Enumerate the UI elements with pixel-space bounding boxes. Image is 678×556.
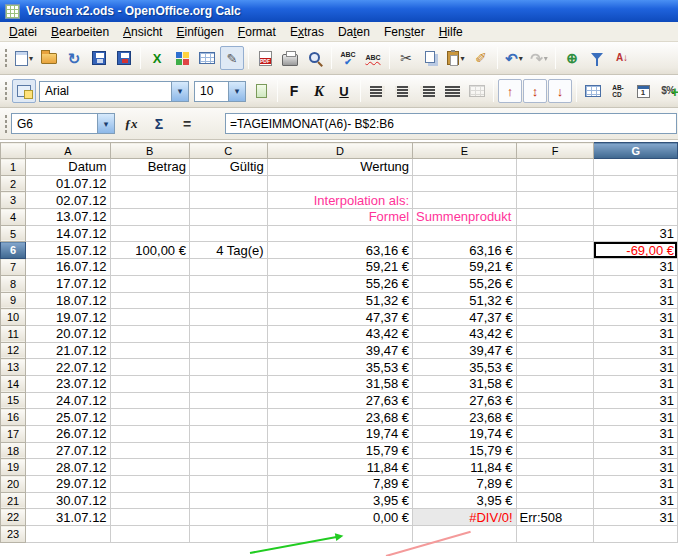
cell-F7[interactable] (516, 259, 594, 276)
cell-D21[interactable]: 3,95 € (267, 492, 412, 509)
column-header-E[interactable]: E (413, 143, 517, 159)
cell-E22[interactable]: #DIV/0! (413, 509, 517, 526)
cell-A20[interactable]: 29.07.12 (26, 476, 110, 493)
cell-D17[interactable]: 19,74 € (267, 426, 412, 443)
cell-A18[interactable]: 27.07.12 (26, 442, 110, 459)
row-header-12[interactable]: 12 (1, 342, 26, 359)
cell-C6[interactable]: 4 Tag(e) (189, 242, 267, 259)
cell-B16[interactable] (110, 409, 189, 426)
cell-G3[interactable] (594, 192, 678, 209)
cell-E10[interactable]: 47,37 € (413, 309, 517, 326)
function-wizard-button[interactable]: ƒx (119, 112, 143, 136)
cell-F19[interactable] (516, 459, 594, 476)
cell-E15[interactable]: 27,63 € (413, 392, 517, 409)
cell-B2[interactable] (110, 175, 189, 192)
cell-G10[interactable]: 31 (594, 309, 678, 326)
cell-D11[interactable]: 43,42 € (267, 325, 412, 342)
cell-E7[interactable]: 59,21 € (413, 259, 517, 276)
row-header-22[interactable]: 22 (1, 509, 26, 526)
cell-D6[interactable]: 63,16 € (267, 242, 412, 259)
cell-B8[interactable] (110, 275, 189, 292)
cell-C11[interactable] (189, 325, 267, 342)
cell-A7[interactable]: 16.07.12 (26, 259, 110, 276)
hyperlink-globe-button[interactable]: ⊕ (560, 46, 584, 70)
row-header-11[interactable]: 11 (1, 325, 26, 342)
cell-A3[interactable]: 02.07.12 (26, 192, 110, 209)
cell-A1[interactable]: Datum (26, 159, 110, 176)
cell-A23[interactable] (26, 526, 110, 543)
cell-F15[interactable] (516, 392, 594, 409)
row-header-13[interactable]: 13 (1, 359, 26, 376)
cell-E1[interactable] (413, 159, 517, 176)
cell-B13[interactable] (110, 359, 189, 376)
row-header-7[interactable]: 7 (1, 259, 26, 276)
formula-button[interactable]: = (175, 112, 199, 136)
save-as-button[interactable] (112, 46, 136, 70)
auto-spellcheck-button[interactable]: ABC (361, 46, 385, 70)
font-name-combo-dropdown-icon[interactable]: ▾ (171, 82, 188, 101)
italic-button[interactable]: K (307, 79, 331, 103)
cell-D15[interactable]: 27,63 € (267, 392, 412, 409)
menu-daten[interactable]: Daten (331, 23, 377, 41)
cell-F20[interactable] (516, 476, 594, 493)
column-header-D[interactable]: D (267, 143, 412, 159)
cell-D7[interactable]: 59,21 € (267, 259, 412, 276)
row-header-14[interactable]: 14 (1, 375, 26, 392)
sum-button[interactable]: Σ (147, 112, 171, 136)
cell-A17[interactable]: 26.07.12 (26, 426, 110, 443)
cell-F22[interactable]: Err:508 (516, 509, 594, 526)
cell-G2[interactable] (594, 175, 678, 192)
cell-B4[interactable] (110, 209, 189, 226)
cell-C13[interactable] (189, 359, 267, 376)
cell-G18[interactable]: 31 (594, 442, 678, 459)
row-header-8[interactable]: 8 (1, 275, 26, 292)
menu-format[interactable]: Format (231, 23, 283, 41)
cell-A10[interactable]: 19.07.12 (26, 309, 110, 326)
cell-F23[interactable] (516, 526, 594, 543)
menu-fenster[interactable]: Fenster (377, 23, 432, 41)
cell-A6[interactable]: 15.07.12 (26, 242, 110, 259)
cell-A8[interactable]: 17.07.12 (26, 275, 110, 292)
cell-B10[interactable] (110, 309, 189, 326)
name-box-dropdown-icon[interactable]: ▾ (97, 114, 114, 133)
cell-D5[interactable] (267, 225, 412, 242)
row-header-21[interactable]: 21 (1, 492, 26, 509)
cell-B17[interactable] (110, 426, 189, 443)
menu-hilfe[interactable]: Hilfe (432, 23, 470, 41)
cell-C10[interactable] (189, 309, 267, 326)
cell-F2[interactable] (516, 175, 594, 192)
cell-D20[interactable]: 7,89 € (267, 476, 412, 493)
select-all-corner[interactable] (1, 143, 26, 159)
new-document-button[interactable]: ▾ (12, 46, 36, 70)
column-header-B[interactable]: B (110, 143, 189, 159)
cell-D9[interactable]: 51,32 € (267, 292, 412, 309)
cell-C2[interactable] (189, 175, 267, 192)
cell-D22[interactable]: 0,00 € (267, 509, 412, 526)
cell-C9[interactable] (189, 292, 267, 309)
cell-C12[interactable] (189, 342, 267, 359)
cell-G12[interactable]: 31 (594, 342, 678, 359)
row-header-17[interactable]: 17 (1, 426, 26, 443)
cell-C22[interactable] (189, 509, 267, 526)
cell-B12[interactable] (110, 342, 189, 359)
cell-E20[interactable]: 7,89 € (413, 476, 517, 493)
insert-table-button[interactable] (195, 46, 219, 70)
cell-E2[interactable] (413, 175, 517, 192)
cell-A21[interactable]: 30.07.12 (26, 492, 110, 509)
new-document-dropdown-icon[interactable]: ▾ (29, 54, 33, 63)
excel-document-button[interactable]: X (145, 46, 169, 70)
font-size-combo[interactable]: 10▾ (194, 81, 246, 102)
cell-B18[interactable] (110, 442, 189, 459)
menu-ansicht[interactable]: Ansicht (116, 23, 169, 41)
reload-button[interactable]: ↻ (62, 46, 86, 70)
align-justify-button[interactable] (440, 79, 464, 103)
cell-B11[interactable] (110, 325, 189, 342)
cell-D18[interactable]: 15,79 € (267, 442, 412, 459)
cell-C3[interactable] (189, 192, 267, 209)
cell-C7[interactable] (189, 259, 267, 276)
underline-button[interactable]: U (332, 79, 356, 103)
cell-B19[interactable] (110, 459, 189, 476)
cell-F6[interactable] (516, 242, 594, 259)
document-icon-button[interactable] (249, 79, 273, 103)
cell-C21[interactable] (189, 492, 267, 509)
